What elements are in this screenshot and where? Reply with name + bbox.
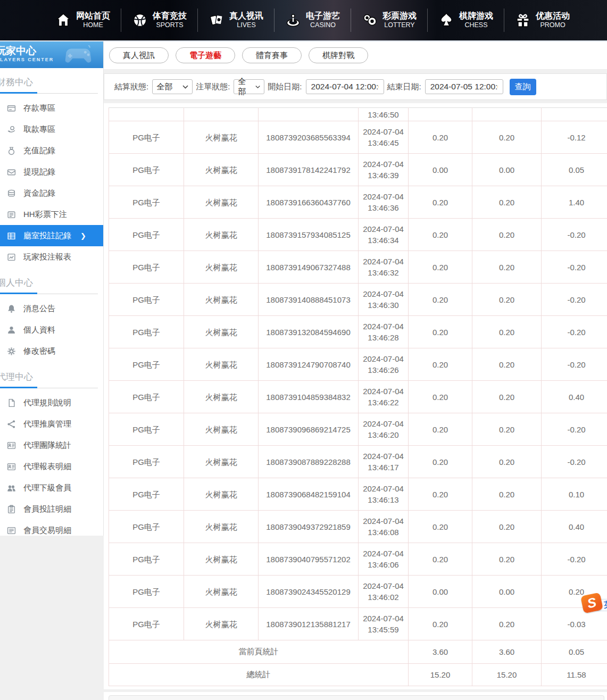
bet-time-cell: 13:46:50 [359,108,409,121]
nav-item-label-zh: 体育竞技 [153,11,187,21]
bet-amount-cell: 0.00 [409,154,472,186]
bet-record-icon [7,231,16,240]
nav-item-chess[interactable]: 棋牌游戏CHESS [428,11,504,30]
valid-bet-cell: 0.20 [472,348,542,381]
sidebar-item-label: 會員投註明細 [23,504,71,514]
sidebar-item[interactable]: 代理報表明細 [0,456,103,477]
bet-amount-cell: 0.20 [409,381,472,413]
platform-cell: PG电子 [109,121,184,154]
win-loss-cell: -0.20 [542,251,607,284]
filter-bar: 結算狀態: 全部 注單狀態: 全部 開始日期: 結束日期: 查詢 [104,73,607,100]
summary-label: 總統計 [109,664,409,686]
nav-item-promo[interactable]: 优惠活动PROMO [504,11,580,30]
sidebar-item[interactable]: 會員交易明細 [0,520,103,536]
end-date-input[interactable] [425,79,503,94]
search-button[interactable]: 查詢 [510,79,536,95]
valid-bet-cell: 0.00 [472,576,542,608]
valid-bet-cell: 0.20 [472,284,542,316]
person-icon [7,326,16,335]
valid-bet-cell: 0.20 [472,478,542,511]
win-loss-cell: -0.20 [542,219,607,251]
sidebar-item-label: 代理團隊統計 [23,440,71,451]
sidebar-item[interactable]: 代理規則說明 [0,392,103,413]
pagination-panel [104,692,607,700]
sidebar-item-label: 代理規則說明 [23,398,71,408]
sidebar-item[interactable]: 存款專區 [0,97,103,119]
sidebar-item[interactable]: 提現記錄 [0,161,103,182]
sidebar-item[interactable]: 廳室投註記錄❯ [0,225,103,246]
nav-item-label-zh: 优惠活动 [536,11,570,21]
home-icon [55,12,71,28]
start-date-label: 開始日期: [268,82,302,92]
sidebar-item[interactable]: 取款專區 [0,119,103,140]
settle-status-select[interactable]: 全部 [152,79,193,94]
tab-2[interactable]: 電子遊藝 [176,47,235,63]
table-row: PG电子火树赢花18087391663604377602024-07-04 13… [109,186,607,219]
bet-id-cell: 1808739068482159104 [259,478,359,511]
sidebar-item[interactable]: 會員投註明細 [0,498,103,520]
game-cell: 火树赢花 [184,511,259,543]
sidebar-item[interactable]: 代理團隊統計 [0,435,103,456]
table-row: PG电子火树赢花18087390121358812172024-07-04 13… [109,608,607,640]
bet-time-cell: 2024-07-04 13:46:30 [359,284,409,316]
sidebar-item-label: 廳室投註記錄 [23,231,71,241]
platform-cell: PG电子 [109,219,184,251]
spade-icon [438,12,454,28]
bet-time-cell: 2024-07-04 13:46:08 [359,511,409,543]
tab-4[interactable]: 棋牌對戰 [309,47,368,63]
win-loss-cell: -0.20 [542,348,607,381]
game-cell: 火树赢花 [184,316,259,348]
table-row: PG电子火树赢花18087391408884510732024-07-04 13… [109,284,607,316]
win-loss-cell: -0.20 [542,316,607,348]
sidebar-item[interactable]: HH彩票下注 [0,204,103,225]
pagination-bar[interactable] [109,695,604,700]
sidebar-item[interactable]: 代理下級會員 [0,477,103,498]
bet-time-cell: 2024-07-04 13:46:32 [359,251,409,284]
sidebar-item[interactable]: 消息公告 [0,298,103,319]
ime-language-label: 英 [604,600,607,610]
sidebar-item[interactable]: 代理推廣管理 [0,413,103,435]
sidebar-item[interactable]: 個人資料 [0,319,103,340]
sidebar-section-title: 個人中心 [0,269,103,294]
valid-bet-cell: 0.00 [472,154,542,186]
sidebar-item-label: 會員交易明細 [23,526,71,536]
nav-item-label-en: HOME [83,21,103,30]
start-date-input[interactable] [306,79,384,94]
nav-item-label-en: CASINO [310,21,336,30]
win-loss-cell: 0.40 [542,381,607,413]
bet-time-cell: 2024-07-04 13:46:02 [359,576,409,608]
platform-cell: PG电子 [109,316,184,348]
nav-item-home[interactable]: 网站首页HOME [45,11,121,30]
sidebar-item[interactable]: 資金記錄 [0,182,103,204]
game-cell: 火树赢花 [184,284,259,316]
withdraw-icon [7,125,16,134]
win-loss-cell: -0.20 [542,284,607,316]
order-status-label: 注單狀態: [196,82,230,92]
platform-cell: PG电子 [109,348,184,381]
sidebar-item[interactable]: 充值記錄 [0,140,103,161]
sidebar-item[interactable]: 修改密碼 [0,340,103,362]
valid-bet-cell: 0.20 [472,446,542,478]
member-bets-icon [7,505,16,514]
sidebar-item[interactable]: 玩家投注報表 [0,246,103,268]
bet-amount-cell: 0.20 [409,316,472,348]
end-date-label: 結束日期: [387,82,421,92]
tab-3[interactable]: 體育賽事 [242,47,302,63]
table-row: PG电子火树赢花18087391490673274882024-07-04 13… [109,251,607,284]
order-status-select[interactable]: 全部 [234,79,264,94]
lottery-bet-icon [7,210,16,219]
nav-item-sports[interactable]: 体育竞技SPORTS [121,11,197,30]
bet-time-cell: 2024-07-04 13:46:45 [359,121,409,154]
nav-item-lives[interactable]: 真人视讯LIVES [198,11,274,30]
bet-amount-cell: 0.20 [409,511,472,543]
settle-status-label: 結算狀態: [114,82,148,92]
nav-item-lottery[interactable]: 彩票游戏LOTTERY [351,11,427,30]
sidebar: 玩家中心 PLAYERS CENTER 財務中心存款專區取款專區充值記錄提現記錄… [0,41,104,536]
bet-amount-cell: 0.20 [409,348,472,381]
tab-1[interactable]: 真人視訊 [109,47,169,63]
bet-id-cell: 1808739096869214725 [259,413,359,446]
platform-cell: PG电子 [109,284,184,316]
table-row: PG电子火树赢花18087391781422417922024-07-04 13… [109,154,607,186]
nav-item-casino[interactable]: 电子游艺CASINO [275,11,351,30]
lottery-balls-icon [362,12,378,28]
